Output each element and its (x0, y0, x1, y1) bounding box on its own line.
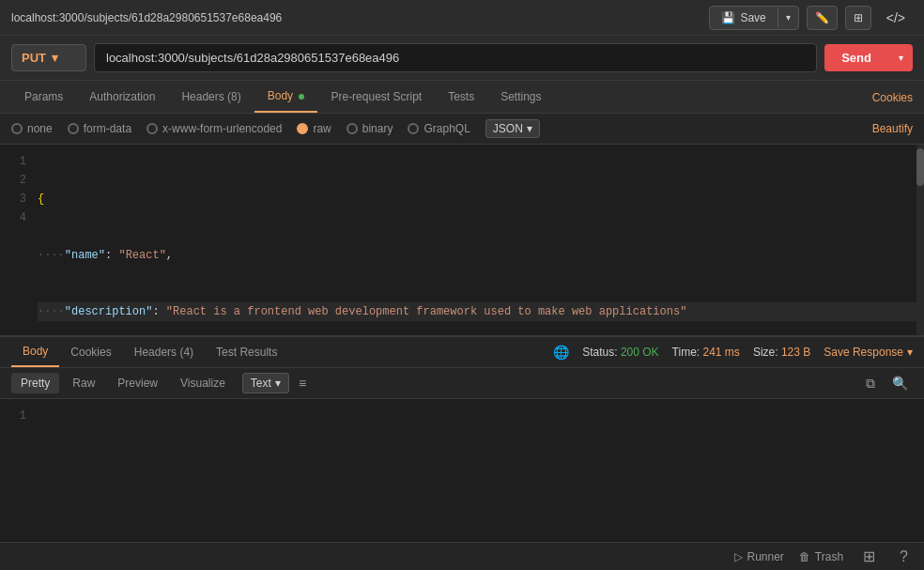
option-graphql[interactable]: GraphQL (408, 122, 470, 135)
save-dropdown-arrow[interactable]: ▾ (778, 8, 798, 27)
format-tab-pretty[interactable]: Pretty (11, 373, 59, 393)
edit-icon-button[interactable]: ✏️ (807, 6, 838, 30)
tab-authorization[interactable]: Authorization (76, 82, 168, 112)
method-select[interactable]: PUT ▾ (11, 44, 86, 71)
runner-icon: ▷ (734, 550, 743, 563)
code-line-2: ····"name": "React", (38, 246, 924, 265)
time-label: Time: 241 ms (672, 346, 740, 359)
format-tab-preview[interactable]: Preview (108, 373, 167, 393)
bottom-bar: ▷ Runner 🗑 Trash ⊞ ? (0, 542, 924, 570)
save-icon: 💾 (721, 11, 735, 24)
response-body: 1 (0, 399, 924, 542)
radio-binary (346, 123, 358, 134)
option-binary[interactable]: binary (346, 122, 393, 135)
cookies-link[interactable]: Cookies (872, 91, 913, 104)
response-format-bar-right: ⧉ 🔍 (861, 374, 913, 393)
send-button[interactable]: Send (824, 44, 888, 71)
code-line-1: { (38, 190, 924, 208)
status-size: 123 B (781, 346, 810, 359)
json-arrow: ▾ (527, 122, 532, 135)
response-format-bar: Pretty Raw Preview Visualize Text ▾ ≡ ⧉ … (0, 368, 924, 399)
json-dropdown[interactable]: JSON ▾ (485, 119, 540, 138)
option-urlencoded[interactable]: x-www-form-urlencoded (146, 122, 282, 135)
grid-layout-button[interactable]: ⊞ (858, 546, 880, 567)
scrollbar-thumb (916, 148, 924, 186)
radio-raw (297, 123, 308, 134)
response-status: 🌐 Status: 200 OK Time: 241 ms Size: 123 … (553, 345, 913, 360)
code-editor[interactable]: 1 2 3 4 { ····"name": "React", ····"desc… (0, 145, 924, 335)
method-arrow: ▾ (52, 51, 58, 65)
line-number-4: 4 (8, 208, 26, 227)
trash-icon: 🗑 (799, 550, 810, 563)
size-label: Size: 123 B (753, 346, 810, 359)
send-dropdown-arrow[interactable]: ▾ (889, 46, 913, 69)
line-numbers: 1 2 3 4 (0, 145, 38, 335)
window-url: localhost:3000/subjects/61d28a2980651537… (11, 11, 282, 24)
format-tab-visualize[interactable]: Visualize (171, 373, 235, 393)
tab-tests[interactable]: Tests (435, 82, 487, 112)
send-button-group: Send ▾ (824, 44, 913, 71)
search-icon-button[interactable]: 🔍 (887, 374, 913, 393)
save-response-arrow: ▾ (907, 346, 913, 359)
request-bar: PUT ▾ Send ▾ (0, 36, 924, 81)
help-button[interactable]: ? (895, 547, 913, 567)
text-dropdown[interactable]: Text ▾ (242, 373, 289, 393)
response-content (38, 399, 924, 542)
tab-params[interactable]: Params (11, 82, 76, 112)
response-tab-cookies[interactable]: Cookies (59, 338, 122, 366)
save-response-button[interactable]: Save Response ▾ (824, 346, 913, 359)
save-button-group: 💾 Save ▾ (709, 6, 798, 30)
response-line-numbers: 1 (0, 399, 38, 542)
runner-button[interactable]: ▷ Runner (734, 550, 784, 563)
tab-headers[interactable]: Headers (8) (168, 82, 254, 112)
body-options-bar: none form-data x-www-form-urlencoded raw… (0, 114, 924, 145)
response-tab-test-results[interactable]: Test Results (205, 338, 288, 366)
tab-body[interactable]: Body (254, 81, 318, 113)
status-time: 241 ms (703, 346, 740, 359)
line-number-2: 2 (8, 171, 26, 190)
copy-icon-button[interactable]: ⧉ (861, 374, 880, 393)
code-content[interactable]: { ····"name": "React", ····"description"… (38, 145, 924, 335)
tabs-bar-right: Cookies (872, 90, 913, 104)
grid-icon: ⊞ (854, 11, 863, 24)
pencil-icon: ✏️ (815, 11, 829, 24)
radio-graphql (408, 123, 419, 134)
radio-none (11, 123, 23, 134)
body-active-dot (299, 94, 304, 100)
tab-settings[interactable]: Settings (487, 82, 554, 112)
line-number-3: 3 (8, 190, 26, 208)
status-code: 200 OK (621, 346, 659, 359)
format-tab-raw[interactable]: Raw (63, 373, 104, 393)
tab-prerequest[interactable]: Pre-request Script (317, 82, 435, 112)
option-raw[interactable]: raw (297, 122, 331, 135)
response-section: Body Cookies Headers (4) Test Results 🌐 … (0, 335, 924, 542)
trash-button[interactable]: 🗑 Trash (799, 550, 843, 563)
wrap-icon[interactable]: ≡ (299, 376, 306, 391)
response-line-number-1: 1 (8, 407, 26, 425)
editor-scrollbar[interactable] (916, 145, 924, 335)
response-tab-headers[interactable]: Headers (4) (123, 338, 205, 366)
option-form-data[interactable]: form-data (68, 122, 131, 135)
response-tabs-bar: Body Cookies Headers (4) Test Results 🌐 … (0, 337, 924, 368)
beautify-button[interactable]: Beautify (872, 122, 913, 135)
save-button[interactable]: 💾 Save (710, 7, 777, 29)
title-bar-actions: 💾 Save ▾ ✏️ ⊞ </> (709, 6, 913, 30)
request-tabs-bar: Params Authorization Headers (8) Body Pr… (0, 81, 924, 114)
code-icon-button[interactable]: </> (879, 6, 913, 30)
response-tab-body[interactable]: Body (11, 337, 59, 367)
line-number-1: 1 (8, 152, 26, 171)
text-arrow: ▾ (275, 377, 281, 390)
title-bar: localhost:3000/subjects/61d28a2980651537… (0, 0, 924, 36)
status-label: Status: 200 OK (582, 346, 658, 359)
radio-form-data (68, 123, 79, 134)
url-input[interactable] (94, 43, 817, 72)
option-none[interactable]: none (11, 122, 53, 135)
code-line-3: ····"description": "React is a frontend … (38, 302, 924, 321)
radio-urlencoded (146, 123, 158, 134)
grid-icon-button[interactable]: ⊞ (845, 6, 871, 30)
globe-icon: 🌐 (553, 345, 569, 360)
